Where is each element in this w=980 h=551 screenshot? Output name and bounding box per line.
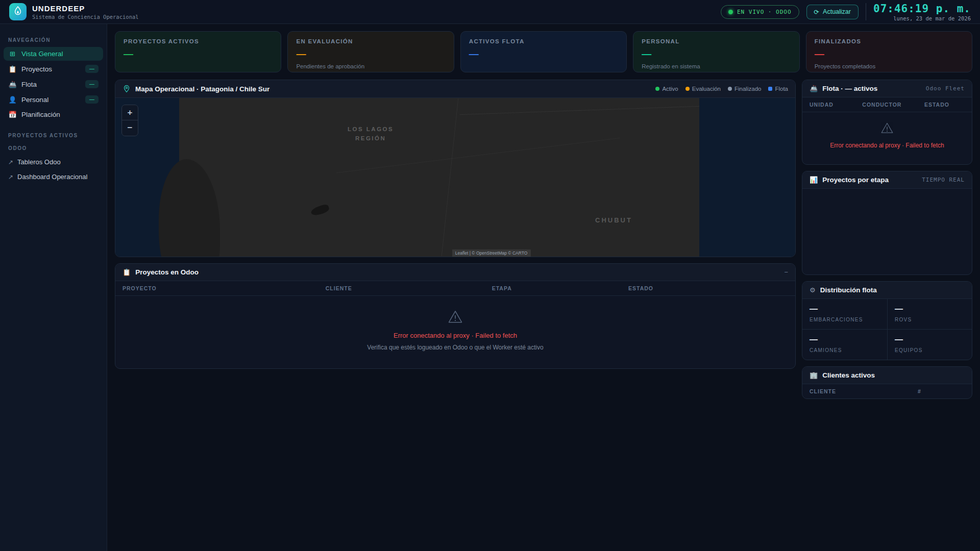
distribution-panel: ⚙ Distribución flota — EMBARCACIONES — R…	[802, 281, 972, 360]
error-message: Error conectando al proxy · Failed to fe…	[120, 332, 790, 339]
column-header-unidad: UNIDAD	[810, 102, 862, 108]
blue-square-icon	[768, 87, 772, 91]
count-badge: —	[85, 80, 99, 88]
map-canvas[interactable]: LOS LAGOS REGIÓN CHUBUT + − Leaflet | © …	[115, 98, 795, 257]
realtime-tag: TIEMPO REAL	[922, 177, 965, 183]
distribution-value: —	[810, 305, 880, 314]
column-header-estado: ESTADO	[924, 102, 965, 108]
column-header-estado: ESTADO	[628, 285, 788, 291]
distribution-cell-camiones: — CAMIONES	[802, 329, 887, 360]
main-content: PROYECTOS ACTIVOS — EN EVALUACIÓN — Pend…	[107, 24, 980, 406]
app-subtitle: Sistema de Conciencia Operacional	[32, 14, 139, 20]
distribution-panel-title: Distribución flota	[820, 286, 877, 294]
external-link-icon: ↗	[8, 159, 13, 166]
building-icon: 🏢	[810, 371, 818, 379]
ship-icon: 🚢	[8, 81, 17, 88]
column-header-cliente: CLIENTE	[810, 388, 918, 394]
distribution-grid: — EMBARCACIONES — ROVS — CAMIONES — EQUI…	[802, 299, 972, 360]
column-header-conductor: CONDUCTOR	[862, 102, 924, 108]
map-pin-icon	[122, 85, 131, 93]
projects-panel-title: Proyectos en Odoo	[135, 268, 199, 276]
legend-item-evaluacion: Evaluación	[685, 86, 721, 92]
warning-triangle-icon	[880, 128, 894, 136]
sidebar-item-label: Vista General	[21, 50, 63, 58]
sidebar-item-flota[interactable]: 🚢 Flota —	[4, 77, 103, 91]
fleet-source-tag: Odoo Fleet	[926, 85, 965, 92]
gray-dot-icon	[728, 87, 732, 91]
map-region-label-los-lagos: LOS LAGOS REGIÓN	[348, 124, 394, 143]
kpi-label: FINALIZADOS	[815, 38, 964, 44]
clipboard-icon: 📋	[8, 65, 17, 73]
stages-empty-body	[802, 189, 972, 274]
projects-panel: 📋 Proyectos en Odoo − PROYECTO CLIENTE E…	[115, 263, 796, 369]
clock-date: lunes, 23 de mar de 2026	[873, 15, 971, 21]
column-header-proyecto: PROYECTO	[122, 285, 326, 291]
calendar-icon: 📅	[8, 111, 17, 118]
sidebar-item-vista-general[interactable]: ⊞ Vista General	[4, 47, 103, 61]
zoom-out-button[interactable]: −	[122, 120, 138, 136]
kpi-card-activos-flota: ACTIVOS FLOTA —	[460, 31, 627, 72]
error-hint: Verifica que estés logueado en Odoo o qu…	[120, 344, 790, 351]
kpi-value: —	[642, 48, 791, 60]
kpi-value: —	[469, 48, 618, 60]
kpi-label: EN EVALUACIÓN	[296, 38, 445, 44]
legend-label: Activo	[662, 86, 678, 92]
person-icon: 👤	[8, 96, 17, 104]
map-zoom-control: + −	[121, 105, 138, 136]
orange-dot-icon	[685, 87, 690, 91]
fleet-table-header: UNIDAD CONDUCTOR ESTADO	[802, 97, 972, 112]
refresh-icon: ⟳	[814, 8, 819, 16]
bar-chart-icon: 📊	[810, 176, 818, 184]
distribution-label: EQUIPOS	[895, 347, 965, 353]
kpi-subtitle: Proyectos completados	[815, 63, 964, 69]
region-label-line: REGIÓN	[348, 134, 394, 143]
kpi-value: —	[815, 48, 964, 60]
sidebar-item-label: Personal	[21, 96, 48, 104]
right-column: 🚢 Flota · — activos Odoo Fleet UNIDAD CO…	[802, 80, 972, 399]
map-border-line	[460, 106, 699, 115]
fleet-panel: 🚢 Flota · — activos Odoo Fleet UNIDAD CO…	[802, 80, 972, 165]
fleet-error-state: Error conectando al proxy · Failed to fe…	[802, 112, 972, 164]
stages-panel-title: Proyectos por etapa	[822, 176, 889, 184]
distribution-value: —	[895, 305, 965, 314]
legend-item-activo: Activo	[655, 86, 678, 92]
distribution-label: EMBARCACIONES	[810, 317, 880, 322]
projects-error-state: Error conectando al proxy · Failed to fe…	[115, 296, 795, 368]
distribution-label: ROVS	[895, 317, 965, 322]
map-panel: Mapa Operacional · Patagonia / Chile Sur…	[115, 80, 796, 257]
kpi-subtitle: Pendientes de aprobación	[296, 63, 445, 69]
kpi-row: PROYECTOS ACTIVOS — EN EVALUACIÓN — Pend…	[115, 31, 972, 72]
gear-icon: ⚙	[810, 286, 816, 294]
map-attribution: Leaflet | © OpenStreetMap © CARTO	[452, 249, 531, 257]
sidebar-item-label: Proyectos	[21, 65, 52, 73]
sidebar-link-tableros-odoo[interactable]: ↗ Tableros Odoo	[4, 155, 103, 169]
header-divider	[866, 3, 866, 20]
clipboard-icon: 📋	[122, 268, 131, 276]
sidebar-link-dashboard-operacional[interactable]: ↗ Dashboard Operacional	[4, 170, 103, 184]
kpi-label: PERSONAL	[642, 38, 791, 44]
sidebar-link-label: Tableros Odoo	[17, 158, 61, 166]
refresh-button[interactable]: ⟳ Actualizar	[806, 5, 859, 19]
warning-triangle-icon	[448, 317, 463, 326]
column-header-cliente: CLIENTE	[326, 285, 492, 291]
distribution-cell-equipos: — EQUIPOS	[887, 329, 972, 360]
sidebar-item-proyectos[interactable]: 📋 Proyectos —	[4, 62, 103, 76]
map-road-line	[442, 98, 459, 256]
legend-item-finalizado: Finalizado	[728, 86, 761, 92]
sidebar-item-label: Flota	[21, 81, 37, 88]
column-header-etapa: ETAPA	[492, 285, 628, 291]
zoom-in-button[interactable]: +	[122, 105, 138, 120]
live-badge-label: EN VIVO · ODOO	[737, 9, 792, 15]
sidebar-item-planificacion[interactable]: 📅 Planificación	[4, 108, 103, 121]
live-dot-icon	[728, 10, 733, 14]
column-header-count: #	[918, 388, 965, 394]
kpi-value: —	[296, 48, 445, 60]
distribution-value: —	[895, 335, 965, 344]
sidebar-item-personal[interactable]: 👤 Personal —	[4, 92, 103, 107]
legend-label: Flota	[775, 86, 788, 92]
legend-item-flota: Flota	[768, 86, 788, 92]
collapse-button[interactable]: −	[784, 268, 788, 276]
app-logo	[9, 3, 27, 20]
legend-label: Finalizado	[734, 86, 761, 92]
legend-label: Evaluación	[692, 86, 721, 92]
